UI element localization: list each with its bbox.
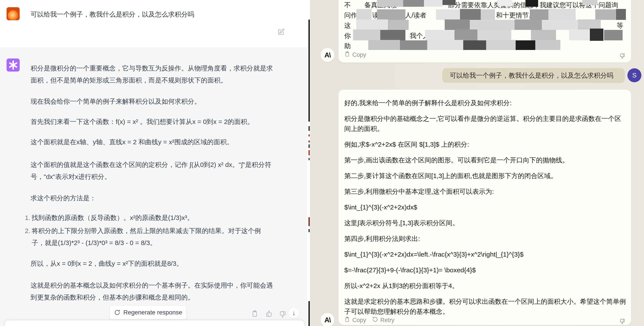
answer-paragraph: 第一步,画出该函数在这个区间的图形。可以看到它是一个开口向下的抛物线。 xyxy=(344,155,626,165)
latex-line: $\int_{1}^{3}(-x^2+2x)dx$ xyxy=(344,202,626,212)
clipped-window-edge xyxy=(308,0,310,326)
mosaic-block xyxy=(377,0,403,7)
redacted-text-area: 不备真正阅读部分需要依靠人类提供的信息，我建议您可以将这个问题询问作读这本书的人… xyxy=(344,0,626,51)
assistant-paragraph: 求这个积分的方法是： xyxy=(30,192,277,204)
thumbs-down-icon xyxy=(619,317,626,325)
claude-message-card-redacted: 不备真正阅读部分需要依靠人类提供的信息，我建议您可以将这个问题询问作读这本书的人… xyxy=(338,0,631,63)
window-edge-mark xyxy=(308,150,310,155)
chatgpt-avatar xyxy=(6,58,20,72)
scroll-to-bottom-button[interactable]: ↓ xyxy=(288,307,300,319)
claude-avatar: A\ xyxy=(320,48,334,62)
user-message-text: 可以给我一个例子，教我什么是积分，以及怎么求积分吗 xyxy=(30,8,282,20)
redacted-text-fragment: 你 xyxy=(344,31,351,40)
chat-input-box[interactable] xyxy=(5,320,304,326)
assistant-paragraph: 现在我会给你一个简单的例子来解释积分以及如何求积分。 xyxy=(30,95,277,107)
answer-paragraph: 这里∫表示积分符号,[1,3]表示积分区间。 xyxy=(344,218,626,228)
ordered-list-item: 2.将积分的上下限分别带入原函数，然后上限的结果减去下限的结果。对于这个例子，就… xyxy=(32,225,273,249)
mosaic-block xyxy=(400,40,427,50)
mosaic-block xyxy=(353,29,380,40)
assistant-paragraph: 这个面积就是在x轴、y轴、直线x = 2 和曲线y = x²围成的区域的面积。 xyxy=(30,136,277,148)
mosaic-block xyxy=(403,0,424,7)
mosaic-block xyxy=(368,40,400,50)
claude-avatar: A\ xyxy=(320,313,334,326)
clipboard-icon xyxy=(344,51,350,58)
mosaic-block xyxy=(442,0,456,5)
window-edge-mark xyxy=(308,301,310,326)
mosaic-block xyxy=(436,9,460,20)
window-edge-mark xyxy=(308,134,310,136)
thumbs-down-button[interactable] xyxy=(619,317,626,324)
mosaic-block xyxy=(470,20,514,30)
assistant-paragraph: 首先我们来看一下这个函数：f(x) = x² 。我们想要计算从x = 0到x =… xyxy=(30,116,277,128)
mosaic-block xyxy=(542,20,578,30)
mosaic-block xyxy=(481,9,495,20)
mosaic-block xyxy=(424,0,442,7)
mosaic-block xyxy=(604,30,622,40)
user-avatar: S xyxy=(628,68,642,82)
answer-paragraph: 积分是微积分中的基础概念之一,它可以看作是微分的逆运算。积分的主要目的是求函数在… xyxy=(344,114,626,134)
thumbs-down-icon xyxy=(619,51,626,59)
claude-panel: 不备真正阅读部分需要依靠人类提供的信息，我建议您可以将这个问题询问作读这本书的人… xyxy=(310,0,644,326)
panel-divider xyxy=(307,0,310,326)
mosaic-block xyxy=(497,0,512,6)
anthropic-logo-icon: A\ xyxy=(324,51,330,59)
thumbs-down-icon xyxy=(279,310,286,318)
mosaic-block xyxy=(425,30,454,40)
mosaic-block xyxy=(590,28,604,41)
mosaic-block xyxy=(380,30,406,40)
latex-line: $=-\frac{27}{3}+9-(-\frac{1}{3}+1)= \box… xyxy=(344,265,626,275)
chatgpt-panel: 可以给我一个例子，教我什么是积分，以及怎么求积分吗 积分是微积分的一个重要概念，… xyxy=(0,0,308,326)
retry-button[interactable]: Retry xyxy=(372,317,394,324)
arrow-down-icon: ↓ xyxy=(292,309,296,317)
copy-button[interactable]: Copy xyxy=(344,51,366,58)
mosaic-block xyxy=(356,9,372,20)
copy-label: Copy xyxy=(352,51,366,58)
answer-paragraph: 所以-x^2+2x 从1到3的积分面积等于4。 xyxy=(344,281,626,291)
mosaic-block xyxy=(531,30,556,40)
mosaic-block xyxy=(516,40,535,50)
redacted-text-fragment: 这 xyxy=(344,21,351,30)
window-edge-mark xyxy=(308,144,310,148)
thumbs-down-button[interactable] xyxy=(279,310,286,317)
window-edge-mark xyxy=(308,20,310,122)
mosaic-block xyxy=(356,19,388,30)
answer-paragraph: 第四步,利用积分法则求出: xyxy=(344,234,626,244)
pencil-square-icon xyxy=(277,28,285,36)
copy-button[interactable]: Copy xyxy=(344,317,366,324)
answer-paragraph: 第三步,利用微积分中基本定理,这个面积可以表示为: xyxy=(344,187,626,197)
edit-message-button[interactable] xyxy=(277,28,285,36)
clipboard-icon xyxy=(251,314,258,318)
thumbs-up-icon xyxy=(265,314,273,318)
window-edge-mark xyxy=(308,229,310,232)
list-marker: 2. xyxy=(23,225,30,237)
mosaic-block xyxy=(478,30,511,40)
thumbs-down-button[interactable] xyxy=(619,51,626,58)
mosaic-block xyxy=(486,40,516,50)
redacted-text-fragment: 问作 xyxy=(344,10,357,20)
thumbs-up-button[interactable] xyxy=(265,310,273,317)
chatgpt-user-message-row: 可以给我一个例子，教我什么是积分，以及怎么求积分吗 xyxy=(0,0,308,47)
user-message-bubble: 可以给我一个例子，教我什么是积分，以及怎么求积分吗 xyxy=(442,68,625,83)
message-actions: Copy Retry xyxy=(344,317,626,324)
redacted-text-fragment: 助 xyxy=(344,41,351,51)
assistant-paragraph: 所以，从x = 0到x = 2，曲线y = x²下的面积就是8/3。 xyxy=(30,258,277,270)
window-edge-mark xyxy=(308,126,310,131)
ordered-list-item: 1.找到函数的原函数（反导函数）。x²的原函数是(1/3)x³。 xyxy=(32,212,273,224)
mosaic-block xyxy=(427,40,463,50)
answer-paragraph: 这就是求定积分的基本思路和步骤。积分可以求出函数在一个区间上的面积大小。希望这个… xyxy=(344,297,626,317)
mosaic-block xyxy=(377,9,406,20)
mosaic-block xyxy=(616,9,626,20)
mosaic-block xyxy=(454,29,478,40)
regenerate-response-button[interactable]: Regenerate response xyxy=(110,305,187,320)
mosaic-block xyxy=(530,9,548,20)
mosaic-block xyxy=(514,19,542,30)
redacted-text-fragment: 不 xyxy=(344,0,351,10)
user-avatar xyxy=(6,7,20,20)
mosaic-block xyxy=(445,19,470,30)
copy-button[interactable] xyxy=(251,310,258,317)
message-actions: Copy xyxy=(344,51,626,58)
answer-paragraph: 例如,求$-x^2+2x$ 在区间 $[1,3]$ 上的积分: xyxy=(344,139,626,149)
window-edge-mark xyxy=(308,158,310,160)
user-message-text: 可以给我一个例子，教我什么是积分，以及怎么求积分吗 xyxy=(450,71,614,80)
latex-line: $\int_{1}^{3}(-x^2+2x)dx=\left.-\frac{x^… xyxy=(344,249,626,260)
